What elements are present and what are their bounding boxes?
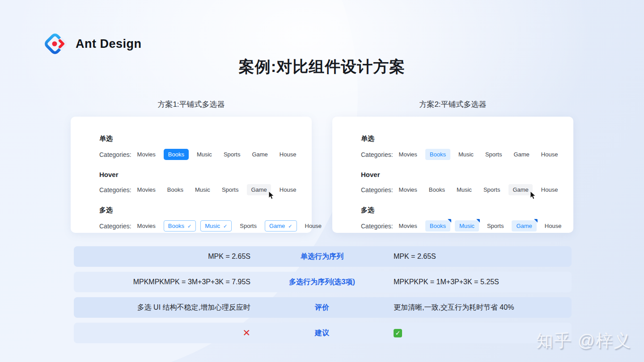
category-chip-label: Game — [251, 186, 267, 193]
plan2-single-metric: MPK = 2.65S — [394, 253, 572, 261]
category-chip-house[interactable]: House — [545, 223, 562, 229]
category-chip-books-selected[interactable]: Books — [425, 220, 450, 232]
table-row-evaluation: 多选 UI 结构不稳定,增加心理反应时 评价 更加清晰,一致,交互行为耗时节省 … — [74, 297, 572, 318]
panel2-title: 方案2:平铺式多选器 — [332, 99, 573, 109]
panel1-single-label: 单选 — [99, 135, 312, 143]
categories-label: Categories: — [99, 223, 131, 230]
row-heading: 多选行为序列(选3项) — [250, 278, 394, 287]
category-chip-house[interactable]: House — [280, 151, 297, 158]
categories-label: Categories: — [99, 186, 131, 194]
category-chip-sports[interactable]: Sports — [222, 186, 239, 193]
check-icon: ✓ — [223, 223, 227, 229]
categories-label: Categories: — [361, 223, 393, 230]
category-chip-music-selected[interactable]: Music — [455, 220, 479, 232]
panel1-card: 单选 Categories: Movies Books Music Sports… — [71, 117, 312, 233]
category-chip-movies[interactable]: Movies — [399, 223, 417, 229]
category-chip-label: Music — [205, 223, 220, 229]
check-icon: ✓ — [187, 223, 191, 229]
brand-name: Ant Design — [76, 37, 142, 51]
panel1-title: 方案1:平铺式多选器 — [71, 99, 312, 109]
row-heading: 建议 — [250, 328, 394, 338]
table-row-recommendation: ✕ 建议 ✓ — [74, 323, 572, 343]
categories-label: Categories: — [361, 151, 393, 158]
category-chip-music[interactable]: Music — [458, 151, 474, 158]
category-chip-music[interactable]: Music — [195, 186, 210, 193]
category-chip-books-selected[interactable]: Books — [425, 149, 450, 160]
reject-x-icon: ✕ — [242, 328, 250, 338]
categories-label: Categories: — [361, 186, 393, 194]
category-chip-label: Game — [269, 223, 285, 229]
category-chip-sports[interactable]: Sports — [483, 186, 500, 193]
category-chip-house[interactable]: House — [541, 151, 558, 158]
category-chip-movies[interactable]: Movies — [137, 186, 156, 193]
category-chip-game-selected[interactable]: Game — [512, 220, 536, 232]
plan1-multi-metric: MPKMPKMPK = 3M+3P+3K = 7.95S — [74, 278, 250, 286]
category-chip-music[interactable]: Music — [197, 151, 212, 158]
mouse-cursor-icon — [530, 191, 537, 200]
category-chip-house[interactable]: House — [305, 223, 322, 229]
categories-label: Categories: — [99, 151, 131, 158]
category-chip-sports[interactable]: Sports — [224, 151, 241, 158]
category-chip-books-checked[interactable]: Books✓ — [164, 220, 196, 232]
panel2-hover-row: Categories: Movies Books Music Sports Ga… — [361, 184, 573, 195]
plan1-single-metric: MPK = 2.65S — [74, 253, 250, 261]
approve-check-icon: ✓ — [394, 329, 402, 337]
check-icon: ✓ — [288, 223, 292, 229]
panel2-card: 单选 Categories: Movies Books Music Sports… — [332, 117, 573, 233]
comparison-table: MPK = 2.65S 单选行为序列 MPK = 2.65S MPKMPKMPK… — [74, 246, 572, 348]
mouse-cursor-icon — [268, 191, 275, 200]
ant-design-logo-icon — [43, 32, 67, 55]
category-chip-sports[interactable]: Sports — [487, 223, 504, 229]
category-chip-label: Books — [168, 223, 184, 229]
panel1-hover-row: Categories: Movies Books Music Sports Ga… — [99, 184, 312, 195]
plan2-multi-metric: MPKPKPK = 1M+3P+3K = 5.25S — [394, 278, 572, 286]
plan2-evaluation: 更加清晰,一致,交互行为耗时节省 40% — [394, 303, 572, 312]
zhihu-watermark: 知乎 @梓义 — [536, 329, 631, 352]
panel2-hover-label: Hover — [361, 171, 573, 178]
brand: Ant Design — [43, 32, 142, 55]
panel1-hover-label: Hover — [99, 171, 312, 178]
category-chip-books[interactable]: Books — [429, 186, 445, 193]
category-chip-game-hover[interactable]: Game — [247, 184, 271, 195]
plan1-recommendation: ✕ — [74, 328, 250, 338]
category-chip-movies[interactable]: Movies — [137, 223, 156, 229]
category-chip-house[interactable]: House — [541, 186, 558, 193]
category-chip-movies[interactable]: Movies — [399, 151, 417, 158]
category-chip-movies[interactable]: Movies — [399, 186, 417, 193]
panel2-single-row: Categories: Movies Books Music Sports Ga… — [361, 149, 573, 160]
panel1-multi-label: 多选 — [99, 206, 312, 215]
category-chip-label: Game — [513, 186, 528, 193]
category-chip-game-hover[interactable]: Game — [508, 184, 532, 195]
table-row-multi-sequence: MPKMPKMPK = 3M+3P+3K = 7.95S 多选行为序列(选3项)… — [74, 272, 572, 292]
page-title: 案例:对比组件设计方案 — [0, 56, 644, 77]
category-chip-music[interactable]: Music — [457, 186, 472, 193]
row-heading: 单选行为序列 — [250, 252, 394, 261]
category-chip-sports[interactable]: Sports — [240, 223, 257, 229]
row-heading: 评价 — [250, 303, 394, 312]
category-chip-music-checked[interactable]: Music✓ — [200, 220, 232, 232]
panel2-single-label: 单选 — [361, 135, 573, 143]
table-row-single-sequence: MPK = 2.65S 单选行为序列 MPK = 2.65S — [74, 246, 572, 267]
plan1-evaluation: 多选 UI 结构不稳定,增加心理反应时 — [74, 303, 250, 312]
category-chip-game[interactable]: Game — [513, 151, 529, 158]
panel2-multi-label: 多选 — [361, 206, 573, 215]
panel1-multi-row: Categories: Movies Books✓ Music✓ Sports … — [99, 220, 312, 232]
category-chip-game[interactable]: Game — [252, 151, 267, 158]
category-chip-game-checked[interactable]: Game✓ — [265, 220, 297, 232]
category-chip-house[interactable]: House — [280, 186, 297, 193]
category-chip-movies[interactable]: Movies — [137, 151, 156, 158]
panel1-single-row: Categories: Movies Books Music Sports Ga… — [99, 149, 312, 160]
category-chip-books-selected[interactable]: Books — [164, 149, 189, 160]
category-chip-books[interactable]: Books — [167, 186, 183, 193]
category-chip-sports[interactable]: Sports — [485, 151, 502, 158]
panel2-multi-row: Categories: Movies Books Music Sports Ga… — [361, 220, 573, 232]
